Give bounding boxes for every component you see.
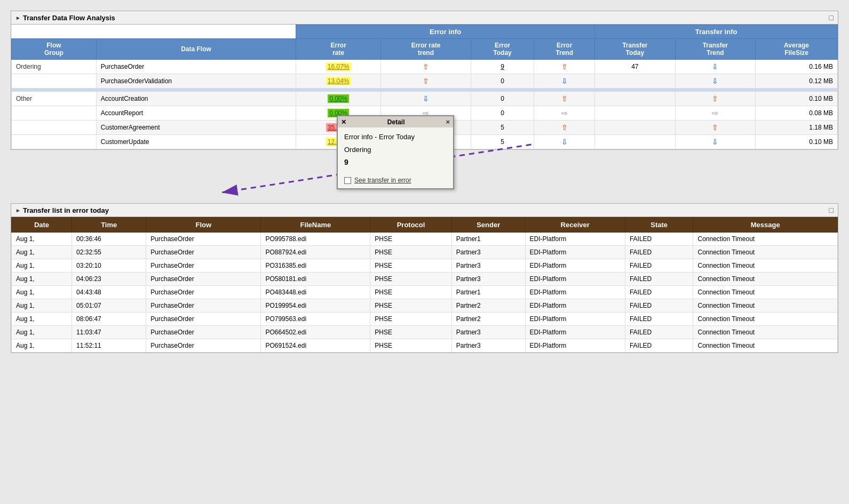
cell-flow-group: Other bbox=[12, 92, 97, 106]
arrow-right-icon: ⇨ bbox=[561, 109, 568, 117]
cell-transfer-today bbox=[595, 121, 676, 135]
cell-error-trend: ⇩ bbox=[534, 135, 595, 149]
list-item[interactable]: Aug 1,11:52:11PurchaseOrderPO691524.ediP… bbox=[12, 339, 838, 353]
cell-error-trend: ⇧ bbox=[534, 60, 595, 74]
cell-sender: Partner3 bbox=[451, 246, 525, 259]
top-panel: ► Transfer Data Flow Analysis □ Error in… bbox=[11, 11, 838, 150]
col-flow-group: FlowGroup bbox=[12, 39, 97, 60]
cell-protocol: PHSE bbox=[370, 299, 451, 313]
cell-flow: PurchaseOrder bbox=[146, 246, 261, 259]
cell-state: FAILED bbox=[625, 339, 693, 353]
col-filename: FileName bbox=[261, 218, 370, 233]
list-item[interactable]: Aug 1,05:01:07PurchaseOrderPO199954.ediP… bbox=[12, 299, 838, 313]
cell-date: Aug 1, bbox=[12, 233, 72, 246]
restore-icon-top[interactable]: □ bbox=[829, 13, 834, 22]
col-state: State bbox=[625, 218, 693, 233]
cell-receiver: EDI-Platform bbox=[525, 339, 625, 353]
transfer-info-header: Transfer info bbox=[595, 25, 838, 39]
cell-state: FAILED bbox=[625, 313, 693, 326]
list-item[interactable]: Aug 1,11:03:47PurchaseOrderPO664502.ediP… bbox=[12, 326, 838, 339]
top-panel-title-bar: ► Transfer Data Flow Analysis □ bbox=[11, 11, 838, 25]
cell-receiver: EDI-Platform bbox=[525, 259, 625, 273]
expand-icon[interactable]: ► bbox=[15, 15, 21, 21]
cell-time: 11:03:47 bbox=[72, 326, 146, 339]
list-item[interactable]: Aug 1,03:20:10PurchaseOrderPO316385.ediP… bbox=[12, 259, 838, 273]
cell-data-flow: PurchaseOrder bbox=[96, 60, 296, 74]
cell-error-today[interactable]: 5 bbox=[471, 121, 534, 135]
bottom-table: Date Time Flow FileName Protocol Sender … bbox=[11, 217, 838, 353]
cell-state: FAILED bbox=[625, 326, 693, 339]
cell-data-flow: AccountCreation bbox=[96, 92, 296, 106]
cell-transfer-trend: ⇩ bbox=[675, 135, 756, 149]
error-info-header: Error info bbox=[296, 25, 595, 39]
cell-receiver: EDI-Platform bbox=[525, 299, 625, 313]
cell-receiver: EDI-Platform bbox=[525, 326, 625, 339]
arrow-up-icon: ⇧ bbox=[561, 94, 568, 103]
cell-message: Connection Timeout bbox=[693, 246, 838, 259]
cell-state: FAILED bbox=[625, 273, 693, 286]
cell-flow-group bbox=[12, 135, 97, 149]
arrow-up-icon: ⇧ bbox=[423, 62, 429, 71]
cell-data-flow: CustomerAgreement bbox=[96, 121, 296, 135]
col-date: Date bbox=[12, 218, 72, 233]
col-transfer-trend: TransferTrend bbox=[675, 39, 756, 60]
cell-receiver: EDI-Platform bbox=[525, 233, 625, 246]
cell-state: FAILED bbox=[625, 286, 693, 299]
cell-sender: Partner2 bbox=[451, 299, 525, 313]
col-error-rate: Errorrate bbox=[296, 39, 381, 60]
col-data-flow: Data Flow bbox=[96, 39, 296, 60]
cell-avg-filesize: 0.10 MB bbox=[756, 135, 838, 149]
detail-line2: Ordering bbox=[344, 145, 447, 155]
cell-avg-filesize: 1.18 MB bbox=[756, 121, 838, 135]
cell-fileName: PO199954.edi bbox=[261, 299, 370, 313]
cell-error-rate-trend: ⇧ bbox=[381, 60, 471, 74]
bottom-expand-icon[interactable]: ► bbox=[15, 207, 21, 213]
cell-transfer-trend: ⇩ bbox=[675, 74, 756, 89]
cell-time: 00:36:46 bbox=[72, 233, 146, 246]
cell-protocol: PHSE bbox=[370, 273, 451, 286]
empty-group-header bbox=[12, 25, 296, 39]
cell-error-today[interactable]: 0 bbox=[471, 92, 534, 106]
cell-state: FAILED bbox=[625, 259, 693, 273]
group-header-row: Error info Transfer info bbox=[12, 25, 838, 39]
cell-time: 05:01:07 bbox=[72, 299, 146, 313]
cell-error-today[interactable]: 0 bbox=[471, 74, 534, 89]
cell-error-trend: ⇨ bbox=[534, 106, 595, 121]
col-message: Message bbox=[693, 218, 838, 233]
cell-receiver: EDI-Platform bbox=[525, 313, 625, 326]
cell-transfer-today bbox=[595, 92, 676, 106]
cell-receiver: EDI-Platform bbox=[525, 286, 625, 299]
cell-sender: Partner1 bbox=[451, 286, 525, 299]
cell-sender: Partner2 bbox=[451, 313, 525, 326]
cell-protocol: PHSE bbox=[370, 313, 451, 326]
list-item[interactable]: Aug 1,00:36:46PurchaseOrderPO995788.ediP… bbox=[12, 233, 838, 246]
arrow-down-icon: ⇩ bbox=[712, 138, 718, 146]
arrow-down-icon: ⇩ bbox=[712, 77, 718, 85]
list-item[interactable]: Aug 1,08:06:47PurchaseOrderPO799563.ediP… bbox=[12, 313, 838, 326]
col-header-row: FlowGroup Data Flow Errorrate Error rate… bbox=[12, 39, 838, 60]
cell-error-trend: ⇩ bbox=[534, 74, 595, 89]
cell-error-trend: ⇧ bbox=[534, 121, 595, 135]
cell-time: 03:20:10 bbox=[72, 259, 146, 273]
cell-fileName: PO664502.edi bbox=[261, 326, 370, 339]
list-item[interactable]: Aug 1,02:32:55PurchaseOrderPO887924.ediP… bbox=[12, 246, 838, 259]
cell-error-today[interactable]: 5 bbox=[471, 135, 534, 149]
cell-receiver: EDI-Platform bbox=[525, 273, 625, 286]
cell-protocol: PHSE bbox=[370, 326, 451, 339]
restore-icon-bottom[interactable]: □ bbox=[829, 206, 834, 214]
cell-message: Connection Timeout bbox=[693, 259, 838, 273]
cell-error-today[interactable]: 9 bbox=[471, 60, 534, 74]
bottom-col-header-row: Date Time Flow FileName Protocol Sender … bbox=[12, 218, 838, 233]
cell-error-today[interactable]: 0 bbox=[471, 106, 534, 121]
list-item[interactable]: Aug 1,04:06:23PurchaseOrderPO580181.ediP… bbox=[12, 273, 838, 286]
cell-flow: PurchaseOrder bbox=[146, 286, 261, 299]
list-item[interactable]: Aug 1,04:43:48PurchaseOrderPO483448.ediP… bbox=[12, 286, 838, 299]
detail-popup-close[interactable]: × bbox=[446, 118, 450, 126]
cell-flow-group: Ordering bbox=[12, 60, 97, 74]
col-time: Time bbox=[72, 218, 146, 233]
cell-protocol: PHSE bbox=[370, 259, 451, 273]
cell-date: Aug 1, bbox=[12, 339, 72, 353]
see-transfer-checkbox[interactable] bbox=[344, 177, 351, 184]
detail-popup-close-left[interactable]: ✕ bbox=[341, 118, 346, 126]
see-transfer-label[interactable]: See transfer in error bbox=[354, 177, 411, 184]
